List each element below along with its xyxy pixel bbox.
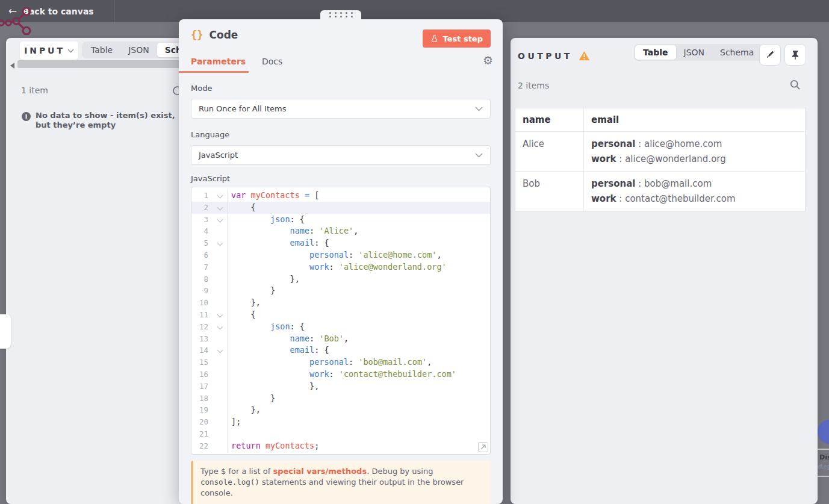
special-vars-link[interactable]: special vars/methods bbox=[273, 467, 367, 476]
fold-gutter bbox=[208, 416, 228, 428]
code-line[interactable]: 16 work: 'contact@thebuilder.com' bbox=[191, 369, 490, 381]
fold-chevron-icon[interactable] bbox=[208, 309, 228, 321]
test-step-label: Test step bbox=[442, 34, 483, 43]
fold-chevron-icon[interactable] bbox=[208, 190, 228, 202]
fold-chevron-icon[interactable] bbox=[208, 214, 228, 226]
editor-hint: Type $ for a list of special vars/method… bbox=[191, 461, 491, 504]
language-value: JavaScript bbox=[199, 151, 238, 160]
chevron-down-icon bbox=[475, 153, 483, 158]
pin-data-button[interactable] bbox=[784, 44, 806, 66]
code-line[interactable]: 17 }, bbox=[191, 381, 490, 393]
code-line[interactable]: 12 json: { bbox=[191, 321, 490, 333]
panel-collapse-handle[interactable] bbox=[0, 314, 11, 349]
chevron-down-icon bbox=[67, 49, 74, 53]
modal-drag-handle[interactable] bbox=[320, 10, 361, 19]
code-line[interactable]: 6 personal: 'alice@home.com', bbox=[191, 249, 490, 261]
fold-chevron-icon[interactable] bbox=[208, 202, 228, 214]
code-text: { bbox=[228, 309, 256, 321]
warning-icon bbox=[579, 51, 590, 61]
fold-gutter bbox=[208, 261, 228, 273]
tab-parameters[interactable]: Parameters bbox=[191, 57, 246, 66]
line-number: 10 bbox=[191, 297, 208, 309]
fold-gutter bbox=[208, 249, 228, 261]
mode-value: Run Once for All Items bbox=[199, 104, 286, 113]
code-line[interactable]: 1var myContacts = [ bbox=[191, 190, 490, 202]
code-line[interactable]: 14 email: { bbox=[191, 344, 490, 356]
resize-icon bbox=[480, 444, 486, 450]
code-text: return myContacts; bbox=[228, 440, 319, 452]
code-text: { bbox=[228, 202, 256, 214]
output-tab-schema[interactable]: Schema bbox=[712, 45, 762, 60]
output-tab-json[interactable]: JSON bbox=[676, 45, 713, 60]
line-number: 15 bbox=[191, 356, 208, 369]
input-source-dropdown[interactable]: INPUT bbox=[20, 42, 78, 60]
code-line[interactable]: 11 { bbox=[191, 309, 490, 321]
code-line[interactable]: 8 }, bbox=[191, 273, 490, 285]
line-number: 4 bbox=[191, 225, 208, 237]
cell-email: personal : bob@mail.comwork : contact@th… bbox=[583, 172, 805, 211]
code-text: json: { bbox=[228, 321, 305, 333]
fold-gutter bbox=[208, 225, 228, 237]
cell-name: Alice bbox=[515, 132, 583, 171]
line-number: 22 bbox=[191, 440, 208, 452]
input-panel-title: INPUT bbox=[24, 46, 65, 55]
code-editor[interactable]: 1var myContacts = [2 {3 json: {4 name: '… bbox=[191, 187, 491, 455]
editor-resize-handle[interactable] bbox=[478, 442, 488, 452]
fold-gutter bbox=[208, 333, 228, 345]
code-node-icon: {} bbox=[191, 29, 203, 41]
line-number: 3 bbox=[191, 214, 208, 226]
fold-gutter bbox=[208, 381, 228, 393]
modal-title: Code bbox=[209, 29, 238, 41]
code-text: work: 'contact@thebuilder.com' bbox=[228, 369, 456, 381]
code-line[interactable]: 4 name: 'Alice', bbox=[191, 225, 490, 237]
code-line[interactable]: 5 email: { bbox=[191, 237, 490, 249]
code-line[interactable]: 9 } bbox=[191, 285, 490, 297]
fold-chevron-icon[interactable] bbox=[208, 321, 228, 333]
input-empty-notice: i No data to show - item(s) exist, but t… bbox=[22, 111, 183, 131]
gear-icon[interactable]: ⚙ bbox=[483, 54, 493, 67]
code-line[interactable]: 3 json: { bbox=[191, 214, 490, 226]
line-number: 17 bbox=[191, 381, 208, 393]
code-line[interactable]: 19 }, bbox=[191, 404, 490, 416]
test-step-button[interactable]: Test step bbox=[423, 30, 491, 48]
input-tab-json[interactable]: JSON bbox=[120, 43, 157, 57]
code-line[interactable]: 2 { bbox=[191, 202, 490, 214]
code-line[interactable]: 13 name: 'Bob', bbox=[191, 333, 490, 345]
code-line[interactable]: 18 } bbox=[191, 393, 490, 405]
search-icon[interactable] bbox=[790, 79, 801, 90]
code-line[interactable]: 15 personal: 'bob@mail.com', bbox=[191, 356, 490, 369]
hint-text: Type $ for a list of bbox=[200, 467, 273, 476]
code-text: email: { bbox=[228, 237, 329, 249]
output-table: name email Alicepersonal : alice@home.co… bbox=[515, 108, 806, 211]
language-select[interactable]: JavaScript bbox=[191, 145, 491, 165]
editor-language-label: JavaScript bbox=[191, 174, 230, 183]
output-panel-title: OUTPUT bbox=[518, 51, 573, 61]
code-text: name: 'Bob', bbox=[228, 333, 349, 345]
back-label: Back to canvas bbox=[22, 7, 93, 16]
edit-output-button[interactable] bbox=[759, 44, 781, 66]
canvas-node-circle[interactable] bbox=[818, 420, 829, 444]
code-line[interactable]: 7 work: 'alice@wonderland.org' bbox=[191, 261, 490, 273]
code-line[interactable]: 21 bbox=[191, 428, 490, 440]
email-entry: work : contact@thebuilder.com bbox=[591, 193, 798, 204]
line-number: 8 bbox=[191, 273, 208, 285]
line-number: 5 bbox=[191, 237, 208, 249]
output-tab-table[interactable]: Table bbox=[635, 45, 676, 60]
code-line[interactable]: 10 }, bbox=[191, 297, 490, 309]
line-number: 16 bbox=[191, 369, 208, 381]
line-number: 7 bbox=[191, 261, 208, 273]
code-line[interactable]: 22return myContacts; bbox=[191, 440, 490, 452]
line-number: 13 bbox=[191, 333, 208, 345]
mode-select[interactable]: Run Once for All Items bbox=[191, 99, 491, 119]
input-tab-table[interactable]: Table bbox=[83, 43, 120, 57]
code-line[interactable]: 20]; bbox=[191, 416, 490, 428]
tab-docs[interactable]: Docs bbox=[262, 57, 282, 66]
cell-email: personal : alice@home.comwork : alice@wo… bbox=[583, 132, 805, 171]
scrollbar-left-arrow[interactable] bbox=[10, 63, 14, 69]
line-number: 11 bbox=[191, 309, 208, 321]
pencil-icon bbox=[765, 49, 775, 60]
code-text: personal: 'bob@mail.com', bbox=[228, 356, 432, 369]
fold-chevron-icon[interactable] bbox=[208, 344, 228, 356]
code-text bbox=[228, 428, 231, 440]
fold-chevron-icon[interactable] bbox=[208, 237, 228, 249]
